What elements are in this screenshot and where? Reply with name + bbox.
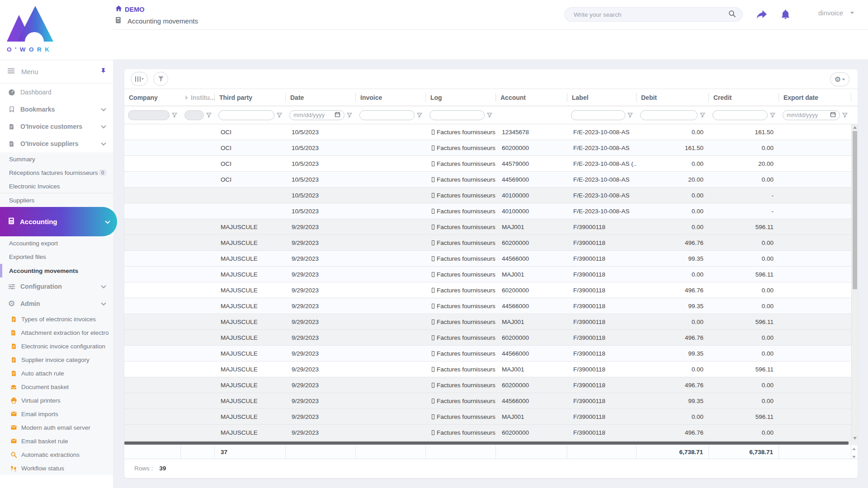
sidebar-item-r-ceptions-factures-fournisseurs[interactable]: Réceptions factures fournisseurs 0 xyxy=(0,166,113,179)
filter-funnel-icon[interactable] xyxy=(842,113,848,118)
sidebar-item-supplier-invoice-category[interactable]: Supplier invoice category xyxy=(0,353,113,366)
search-input[interactable] xyxy=(574,11,728,18)
table-row[interactable]: MAJUSCULE9/29/2023Factures fournisseurs6… xyxy=(124,425,858,441)
sidebar-item-document-basket[interactable]: Document basket xyxy=(0,380,113,394)
filter-input-debit[interactable] xyxy=(640,110,698,120)
bell-icon[interactable] xyxy=(781,9,790,21)
table-row[interactable]: MAJUSCULE9/29/2023Factures fournisseurs6… xyxy=(124,282,858,298)
grid-settings-button[interactable]: ⚙ xyxy=(830,72,849,86)
global-search[interactable] xyxy=(564,7,743,22)
sidebar-item-bookmarks[interactable]: Bookmarks xyxy=(0,101,113,118)
sidebar-item-admin[interactable]: ⚙ Admin xyxy=(0,295,113,312)
column-header-date[interactable]: Date xyxy=(286,89,356,106)
share-icon[interactable] xyxy=(756,9,768,21)
column-header-debit[interactable]: Debit xyxy=(637,89,709,106)
filter-funnel-icon[interactable] xyxy=(417,113,422,118)
sidebar-item-suppliers[interactable]: Suppliers xyxy=(0,193,113,207)
expand-column-icon[interactable] xyxy=(185,95,188,100)
sidebar-item-o-invoice-suppliers[interactable]: O'Invoice suppliers xyxy=(0,135,113,152)
sidebar-item-virtual-printers[interactable]: Virtual printers xyxy=(0,394,113,407)
sidebar-item-electronic-invoices[interactable]: Electronic Invoices xyxy=(0,179,113,193)
filter-funnel-icon[interactable] xyxy=(770,113,775,118)
summary-scroll-up-icon[interactable] xyxy=(852,448,856,450)
sidebar-item-auto-attach-rule[interactable]: Auto attach rule xyxy=(0,366,113,380)
sidebar-item-configuration[interactable]: Configuration xyxy=(0,278,113,295)
search-icon[interactable] xyxy=(728,10,736,19)
filter-funnel-icon[interactable] xyxy=(347,113,352,118)
table-row[interactable]: 10/5/2023Factures fournisseurs40100000F/… xyxy=(124,203,858,219)
column-header-invoice[interactable]: Invoice xyxy=(356,89,426,106)
filter-funnel-icon[interactable] xyxy=(172,113,177,118)
column-header-third-party[interactable]: Third party xyxy=(215,89,286,106)
sidebar-item-workflow-status[interactable]: Workflow status xyxy=(0,461,113,475)
filter-input-export-date[interactable]: mm/dd/yyyy xyxy=(783,110,840,120)
pin-icon[interactable] xyxy=(100,67,106,76)
filter-input-log[interactable] xyxy=(429,110,485,120)
breadcrumb-app-title[interactable]: DEMO xyxy=(125,6,145,13)
sidebar-item-exported-files[interactable]: Exported files xyxy=(0,250,113,263)
sidebar-item-email-imports[interactable]: Email imports xyxy=(0,407,113,421)
sidebar-item-summary[interactable]: Summary xyxy=(0,152,113,166)
filter-funnel-icon[interactable] xyxy=(206,113,212,118)
table-row[interactable]: MAJUSCULE9/29/2023Factures fournisseurs4… xyxy=(124,393,858,409)
summary-scrollbar[interactable] xyxy=(852,447,857,459)
calendar-icon[interactable] xyxy=(830,111,836,119)
sidebar-item-modern-auth-email-server[interactable]: Modern auth email server xyxy=(0,421,113,434)
table-row[interactable]: OCI10/5/2023Factures fournisseurs6020000… xyxy=(124,140,858,156)
hamburger-icon[interactable] xyxy=(8,67,15,76)
sidebar-item-attachment-extraction-for-electroni[interactable]: Attachment extraction for electroni xyxy=(0,326,113,339)
vertical-scrollbar-thumb[interactable] xyxy=(853,131,857,289)
horizontal-scrollbar-thumb[interactable] xyxy=(124,441,849,445)
column-header-account[interactable]: Account xyxy=(496,89,567,106)
column-header-export-date[interactable]: Export date xyxy=(779,89,851,106)
scroll-up-icon[interactable] xyxy=(853,126,857,129)
horizontal-scrollbar[interactable] xyxy=(124,441,858,445)
table-row[interactable]: MAJUSCULE9/29/2023Factures fournisseurs6… xyxy=(124,377,858,393)
filter-input-date[interactable]: mm/dd/yyyy xyxy=(289,110,344,120)
sidebar-item-types-of-electronic-invoices[interactable]: Types of electronic invoices xyxy=(0,312,113,326)
filter-input-credit[interactable] xyxy=(712,110,768,120)
column-chooser-button[interactable] xyxy=(131,72,148,86)
filter-funnel-icon[interactable] xyxy=(277,113,282,118)
sidebar-item-accounting-movements[interactable]: Accounting movements xyxy=(0,263,113,278)
user-menu[interactable]: dinvoice xyxy=(818,9,854,17)
sidebar-item-dashboard[interactable]: Dashboard xyxy=(0,84,113,101)
sidebar-menu-toggle[interactable]: Menu xyxy=(0,60,113,84)
column-header-company[interactable]: Company xyxy=(124,89,181,106)
summary-scroll-down-icon[interactable] xyxy=(852,456,856,458)
table-row[interactable]: MAJUSCULE9/29/2023Factures fournisseursM… xyxy=(124,219,858,235)
filter-input-third-party[interactable] xyxy=(218,110,274,120)
sidebar-item-email-basket-rule[interactable]: Email basket rule xyxy=(0,434,113,448)
calendar-icon[interactable] xyxy=(335,111,340,119)
sidebar-item-accounting[interactable]: Accounting xyxy=(0,207,117,236)
filter-input-label[interactable] xyxy=(571,110,625,120)
username[interactable]: dinvoice xyxy=(818,9,843,17)
sidebar-item-accounting-export[interactable]: Accounting export xyxy=(0,236,113,250)
table-row[interactable]: 10/5/2023Factures fournisseurs40100000F/… xyxy=(124,188,858,203)
sidebar-item-electronic-invoice-configuration[interactable]: Electronic invoice configuration xyxy=(0,339,113,353)
table-row[interactable]: MAJUSCULE9/29/2023Factures fournisseursM… xyxy=(124,409,858,425)
table-row[interactable]: MAJUSCULE9/29/2023Factures fournisseursM… xyxy=(124,314,858,330)
filter-input-invoice[interactable] xyxy=(359,110,415,120)
column-header-institution[interactable]: Institu... xyxy=(181,89,215,106)
table-row[interactable]: MAJUSCULE9/29/2023Factures fournisseurs4… xyxy=(124,298,858,314)
column-header-log[interactable]: Log xyxy=(426,89,496,106)
table-row[interactable]: MAJUSCULE9/29/2023Factures fournisseurs4… xyxy=(124,346,858,361)
filter-funnel-icon[interactable] xyxy=(700,113,705,118)
filter-funnel-icon[interactable] xyxy=(487,113,492,118)
sidebar-item-o-invoice-customers[interactable]: O'Invoice customers xyxy=(0,118,113,135)
scroll-down-icon[interactable] xyxy=(853,437,857,440)
filter-funnel-icon[interactable] xyxy=(627,113,633,118)
table-row[interactable]: MAJUSCULE9/29/2023Factures fournisseurs6… xyxy=(124,330,858,346)
column-header-label[interactable]: Label xyxy=(567,89,637,106)
table-row[interactable]: OCI10/5/2023Factures fournisseurs1234567… xyxy=(124,124,858,140)
home-icon[interactable] xyxy=(115,5,122,14)
column-header-credit[interactable]: Credit xyxy=(709,89,779,106)
table-row[interactable]: OCI10/5/2023Factures fournisseurs4456900… xyxy=(124,172,858,188)
vertical-scrollbar[interactable] xyxy=(851,124,858,441)
table-row[interactable]: MAJUSCULE9/29/2023Factures fournisseurs6… xyxy=(124,235,858,251)
sidebar-item-automatic-extractions[interactable]: Automatic extractions xyxy=(0,448,113,461)
table-row[interactable]: MAJUSCULE9/29/2023Factures fournisseurs4… xyxy=(124,251,858,267)
table-row[interactable]: MAJUSCULE9/29/2023Factures fournisseursM… xyxy=(124,267,858,282)
table-row[interactable]: MAJUSCULE9/29/2023Factures fournisseursM… xyxy=(124,361,858,377)
